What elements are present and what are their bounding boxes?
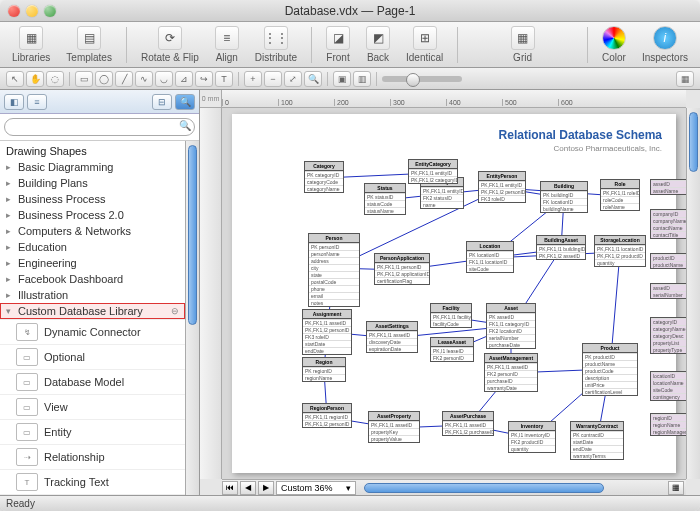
stencil-item[interactable]: ↯Dynamic Connector: [0, 319, 185, 344]
close-icon[interactable]: ⊖: [171, 306, 179, 316]
zoom-fit-icon[interactable]: ⤢: [284, 71, 302, 87]
first-page-icon[interactable]: ⏮: [222, 481, 238, 495]
db-table[interactable]: AssetSettingsPK,FK1,I1 assetIDdiscoveryD…: [366, 321, 418, 353]
table-header: Inventory: [509, 422, 555, 431]
pointer-tool-icon[interactable]: ↖: [6, 71, 24, 87]
color-button[interactable]: Color: [596, 24, 632, 65]
db-table[interactable]: RolePK,FK1,I1 roleIDroleCoderoleName: [600, 179, 640, 211]
page-prefs-icon[interactable]: ▦: [668, 481, 684, 495]
text-tool-icon[interactable]: T: [215, 71, 233, 87]
sidebar-collapse-icon[interactable]: ⊟: [152, 94, 172, 110]
tree-category[interactable]: ▸Basic Diagramming: [0, 159, 185, 175]
libraries-button[interactable]: ▦ Libraries: [6, 24, 56, 65]
guides-icon[interactable]: ▥: [353, 71, 371, 87]
identical-button[interactable]: ⊞ Identical: [400, 24, 449, 65]
zoom-out-icon[interactable]: −: [264, 71, 282, 87]
stencil-item[interactable]: ⇢Relationship: [0, 444, 185, 469]
db-table[interactable]: WarrantyContractPK contractIDstartDateen…: [570, 421, 624, 460]
db-table[interactable]: AssetManagementPK,FK1,I1 assetIDFK2 pers…: [484, 353, 538, 392]
db-table[interactable]: BuildingPK buildingIDFK locationIDbuildi…: [540, 181, 588, 213]
back-button[interactable]: ◩ Back: [360, 24, 396, 65]
stencil-item[interactable]: ▭Database Model: [0, 369, 185, 394]
db-table[interactable]: EntityCategoryPK,FK1,I1 entityIDPK,FK1,I…: [408, 159, 458, 184]
table-row: regionName: [303, 374, 345, 381]
db-table[interactable]: BuildingAssetPK,FK1,I1 buildingIDPK,FK1,…: [536, 235, 586, 260]
grid-button[interactable]: ▦ Grid: [505, 24, 541, 65]
tree-category[interactable]: ▸Business Process: [0, 191, 185, 207]
scrollbar-thumb[interactable]: [689, 112, 698, 172]
scrollbar-thumb[interactable]: [364, 483, 604, 493]
db-table[interactable]: StatusPK statusIDstatusCodestatusName: [364, 183, 406, 215]
db-table[interactable]: StorageLocationPK,FK1,I1 locationIDPK,FK…: [594, 235, 646, 267]
db-table[interactable]: LeaseAssetPK,I1 leaseIDFK2 personID: [430, 337, 474, 362]
db-table[interactable]: ProductPK productIDproductNameproductCod…: [582, 343, 638, 396]
db-table[interactable]: AssignmentPK,FK1,I1 assetIDPK,FK1,I2 per…: [302, 309, 352, 355]
db-table[interactable]: PersonApplicationPK,FK1,I1 personIDPK,FK…: [374, 253, 430, 285]
db-table[interactable]: PersonPK personIDpersonNameaddresscityst…: [308, 233, 360, 307]
zoom-field[interactable]: Custom 36% ▾: [276, 481, 356, 495]
tree-category[interactable]: ▸Illustration: [0, 287, 185, 303]
curve-tool-icon[interactable]: ∿: [135, 71, 153, 87]
sidebar-search-icon[interactable]: 🔍: [175, 94, 195, 110]
sidebar-view-icon[interactable]: ◧: [4, 94, 24, 110]
db-table[interactable]: FacilityPK,FK1,I1 facilityIDfacilityCode: [430, 303, 472, 328]
stencil-item[interactable]: ▭Entity: [0, 419, 185, 444]
table-row: warrantyTerms: [571, 452, 623, 459]
stencil-item[interactable]: TTracking Text: [0, 469, 185, 494]
search-input[interactable]: [4, 118, 195, 136]
db-table[interactable]: AssetPurchasePK,FK1,I1 assetIDPK,FK1,I2 …: [442, 411, 494, 436]
stencil-item[interactable]: ▭View: [0, 394, 185, 419]
distribute-button[interactable]: ⋮⋮ Distribute: [249, 24, 303, 65]
custom-library-item[interactable]: ▾ Custom Database Library ⊖: [0, 303, 185, 319]
magnifier-icon[interactable]: 🔍: [304, 71, 322, 87]
align-button[interactable]: ≡ Align: [209, 24, 245, 65]
db-table[interactable]: AssetPK assetIDFK1,I1 categoryIDFK2 loca…: [486, 303, 536, 349]
table-row: propertyKey: [369, 428, 419, 435]
polyline-tool-icon[interactable]: ⊿: [175, 71, 193, 87]
page-settings-icon[interactable]: ▦: [676, 71, 694, 87]
sidebar-scrollbar[interactable]: [185, 141, 199, 495]
db-table[interactable]: RegionPK regionIDregionName: [302, 357, 346, 382]
hand-tool-icon[interactable]: ✋: [26, 71, 44, 87]
table-row: statusCode: [365, 200, 405, 207]
tree-category[interactable]: ▸Facebook Dashboard: [0, 271, 185, 287]
sidebar-list-icon[interactable]: ≡: [27, 94, 47, 110]
ellipse-tool-icon[interactable]: ◯: [95, 71, 113, 87]
line-tool-icon[interactable]: ╱: [115, 71, 133, 87]
lasso-tool-icon[interactable]: ◌: [46, 71, 64, 87]
db-table[interactable]: CategoryPK categoryIDcategoryCodecategor…: [304, 161, 344, 193]
arc-tool-icon[interactable]: ◡: [155, 71, 173, 87]
chevron-right-icon: ▸: [6, 274, 16, 284]
next-page-icon[interactable]: ▶: [258, 481, 274, 495]
db-table[interactable]: EntityPersonPK,FK1,I1 entityIDPK,FK1,I2 …: [478, 171, 526, 203]
vertical-scrollbar[interactable]: [686, 108, 700, 479]
rotate-flip-button[interactable]: ⟳ Rotate & Flip: [135, 24, 205, 65]
prev-page-icon[interactable]: ◀: [240, 481, 256, 495]
rect-tool-icon[interactable]: ▭: [75, 71, 93, 87]
snap-icon[interactable]: ▣: [333, 71, 351, 87]
inspectors-button[interactable]: i Inspectors: [636, 24, 694, 65]
chevron-right-icon: ▸: [6, 162, 16, 172]
horizontal-ruler: 0100200300400500600: [222, 90, 686, 108]
toolbar-separator: [457, 27, 458, 63]
table-row: endDate: [303, 347, 351, 354]
zoom-in-icon[interactable]: +: [244, 71, 262, 87]
tree-category[interactable]: ▸Computers & Networks: [0, 223, 185, 239]
db-table[interactable]: AssetPropertyPK,FK1,I1 assetIDpropertyKe…: [368, 411, 420, 443]
front-button[interactable]: ◪ Front: [320, 24, 356, 65]
scrollbar-thumb[interactable]: [188, 145, 197, 325]
hscroll-track[interactable]: [364, 483, 664, 493]
tree-category[interactable]: ▸Building Plans: [0, 175, 185, 191]
tree-category[interactable]: ▸Education: [0, 239, 185, 255]
connector-tool-icon[interactable]: ↪: [195, 71, 213, 87]
templates-button[interactable]: ▤ Templates: [60, 24, 118, 65]
db-table[interactable]: InventoryPK,I1 inventoryIDFK2 productIDq…: [508, 421, 556, 453]
tree-category[interactable]: ▸Engineering: [0, 255, 185, 271]
canvas[interactable]: Relational Database Schema Contoso Pharm…: [222, 108, 686, 479]
tree-category[interactable]: ▸Business Process 2.0: [0, 207, 185, 223]
db-table[interactable]: RegionPersonPK,FK1,I1 regionIDPK,FK1,I2 …: [302, 403, 352, 428]
db-table[interactable]: LocationPK locationIDFK1,I1 locationIDsi…: [466, 241, 514, 273]
zoom-slider[interactable]: [382, 76, 462, 82]
table-row: PK,FK1,I2 personID: [303, 420, 351, 427]
stencil-item[interactable]: ▭Optional: [0, 344, 185, 369]
